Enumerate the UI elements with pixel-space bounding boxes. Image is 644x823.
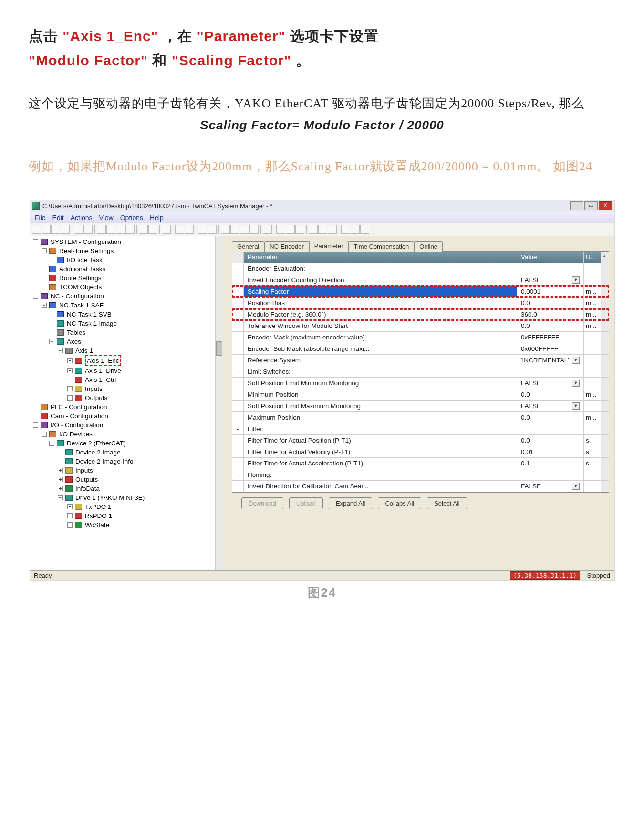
tree-node[interactable]: −Device 2 (EtherCAT) [30,439,223,448]
toolbar-icon[interactable] [175,225,184,234]
toolbar-icon[interactable] [83,225,93,234]
param-value[interactable]: FALSE▼ [517,274,584,285]
toolbar-icon[interactable] [61,225,70,234]
tree-node[interactable]: +Inputs [30,384,223,393]
param-value[interactable]: 0xFFFFFFFF [517,332,584,343]
parameter-row[interactable]: Filter Time for Actual Position (P-T1)0.… [232,435,609,446]
parameter-row[interactable]: Invert Encoder Counting DirectionFALSE▼ [232,274,609,286]
toolbar-icon[interactable] [221,225,230,234]
expand-icon[interactable]: + [67,368,73,373]
expand-icon[interactable]: + [58,486,63,491]
tree-node[interactable]: +Axis 1_Drive [30,366,223,375]
parameter-row[interactable]: Filter Time for Actual Acceleration (P-T… [232,458,609,469]
toolbar-icon[interactable] [148,225,157,234]
toolbar-icon[interactable] [116,225,125,234]
toolbar-icon[interactable] [42,225,51,234]
tree-node[interactable]: −NC-Task 1 SAF [30,301,223,310]
param-value[interactable]: 0x000FFFFF [517,343,584,354]
tree-node[interactable]: NC-Task 1-Image [30,319,223,328]
param-value[interactable]: 0.01 [517,446,584,457]
parameter-row[interactable]: -Encoder Evaluation: [232,263,609,274]
dropdown-icon[interactable]: ▼ [572,402,580,410]
toolbar-icon[interactable] [51,225,60,234]
toolbar-icon[interactable] [360,225,369,234]
tree-node[interactable]: +Axis 1_Enc [30,355,223,366]
tab-parameter[interactable]: Parameter [309,241,349,252]
tree-node[interactable]: +Outputs [30,475,223,484]
toolbar-icon[interactable] [125,225,135,234]
param-value[interactable]: FALSE▼ [517,401,584,412]
dropdown-icon[interactable]: ▼ [572,380,580,387]
tree-node[interactable]: Route Settings [30,274,223,283]
header-scroll-up[interactable] [601,252,609,263]
tree-node[interactable]: −Axes [30,337,223,346]
parameter-row[interactable]: Position Bias0.0m... [232,297,609,309]
tree-node[interactable]: −NC - Configuration [30,292,223,301]
param-value[interactable] [517,366,584,377]
param-value[interactable] [517,423,584,434]
parameter-row[interactable]: Encoder Sub Mask (absolute range maxi...… [232,343,609,355]
expand-icon[interactable]: + [58,468,63,473]
parameter-row[interactable]: Soft Position Limit Maximum MonitoringFA… [232,401,609,412]
toolbar-icon[interactable] [309,225,318,234]
parameter-row[interactable]: Modulo Factor (e.g. 360.0°)360.0m... [232,309,609,320]
param-value[interactable]: FALSE▼ [517,481,584,492]
toolbar-icon[interactable] [139,225,148,234]
menu-view[interactable]: View [99,214,114,222]
dropdown-icon[interactable]: ▼ [572,357,580,364]
toolbar-icon[interactable] [198,225,207,234]
expand-icon[interactable]: − [33,294,38,299]
parameter-row[interactable]: Scaling Factor0.0001m... [232,286,609,297]
toolbar-icon[interactable] [230,225,239,234]
maximize-button[interactable]: ▭ [584,201,598,210]
tree-node[interactable]: Axis 1_Ctrl [30,375,223,384]
expand-icon[interactable]: + [67,522,73,528]
dropdown-icon[interactable]: ▼ [572,483,580,490]
tree-node[interactable]: Device 2-Image [30,448,223,457]
expand-icon[interactable]: − [33,239,38,244]
toolbar-icon[interactable] [106,225,115,234]
toolbar-icon[interactable] [263,225,272,234]
tree-node[interactable]: −Drive 1 (YAKO MINI-3E) [30,493,223,502]
tree-node[interactable]: Cam - Configuration [30,412,223,421]
expand-icon[interactable]: − [42,303,47,308]
tab-time-compensation[interactable]: Time Compensation [348,241,414,252]
expand-all-button[interactable]: Expand All [329,497,372,509]
tree-node[interactable]: Additional Tasks [30,264,223,274]
expand-icon[interactable]: − [33,422,38,428]
expand-icon[interactable]: + [67,504,73,509]
tree-pane[interactable]: −SYSTEM - Configuration−Real-Time Settin… [30,236,223,570]
close-button[interactable]: X [599,201,612,210]
toolbar-icon[interactable] [249,225,259,234]
menu-edit[interactable]: Edit [52,214,64,222]
expand-icon[interactable]: + [67,513,73,518]
tab-nc-encoder[interactable]: NC-Encoder [264,241,309,252]
tree-node[interactable]: +Outputs [30,393,223,402]
parameter-row[interactable]: Soft Position Limit Minimum MonitoringFA… [232,378,609,389]
parameter-row[interactable]: -Limit Switches: [232,366,609,378]
toolbar-icon[interactable] [276,225,285,234]
expand-icon[interactable]: − [49,441,54,446]
toolbar-icon[interactable] [295,225,304,234]
toolbar-icon[interactable] [185,225,194,234]
param-value[interactable]: 0.0 [517,435,584,446]
param-value[interactable]: 0.0 [517,320,584,331]
toolbar-icon[interactable] [341,225,350,234]
param-value[interactable] [517,469,584,480]
tree-node[interactable]: −Real-Time Settings [30,246,223,255]
parameter-row[interactable]: Invert Direction for Calibration Cam Sea… [232,481,609,492]
tree-node[interactable]: PLC - Configuration [30,402,223,412]
tree-node[interactable]: +WcState [30,520,223,529]
dropdown-icon[interactable]: ▼ [572,276,580,284]
toolbar-icon[interactable] [208,225,217,234]
parameter-row[interactable]: Minimum Position0.0m... [232,389,609,401]
tab-general[interactable]: General [232,241,264,252]
parameter-row[interactable]: Encoder Mask (maximum encoder value)0xFF… [232,332,609,343]
param-value[interactable] [517,263,584,274]
tree-node[interactable]: Tables [30,328,223,337]
tree-node[interactable]: +Inputs [30,466,223,475]
tree-node[interactable]: +TxPDO 1 [30,502,223,511]
tab-online[interactable]: Online [414,241,443,252]
param-value[interactable]: 0.0001 [517,286,584,297]
tree-node[interactable]: −SYSTEM - Configuration [30,237,223,246]
